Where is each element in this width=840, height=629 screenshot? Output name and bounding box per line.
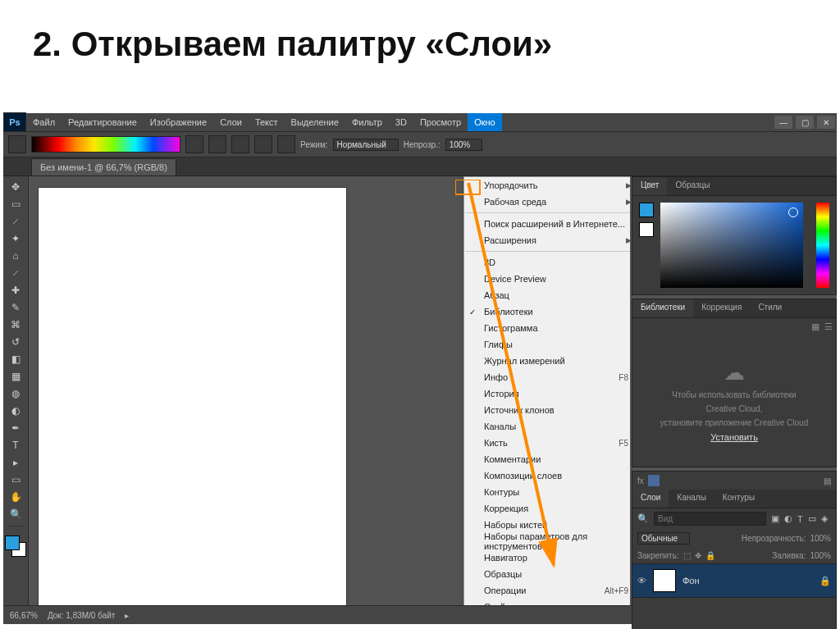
layer-filter-input[interactable] — [654, 512, 766, 526]
menu-item-поиск-расширений-в-интернете...[interactable]: Поиск расширений в Интернете... — [464, 216, 630, 232]
color-field[interactable] — [660, 203, 803, 288]
move-tool-icon[interactable]: ✥ — [7, 180, 25, 194]
menu-item-журнал-измерений[interactable]: Журнал измерений — [464, 353, 630, 369]
blur-tool-icon[interactable]: ◍ — [7, 386, 25, 401]
menu-item-наборы-кистей[interactable]: Наборы кистей — [464, 517, 630, 533]
filter-smart-icon[interactable]: ◈ — [821, 513, 828, 524]
visibility-icon[interactable]: 👁 — [637, 576, 646, 586]
layer-color-icon[interactable] — [648, 475, 660, 486]
history-brush-icon[interactable]: ↺ — [7, 335, 25, 349]
menu-item-рабочая-среда[interactable]: Рабочая среда▶ — [464, 194, 630, 210]
menu-item-device-preview[interactable]: Device Preview — [464, 271, 630, 287]
gradient-type-angle-icon[interactable] — [231, 135, 249, 153]
menu-item-каналы[interactable]: Каналы — [464, 418, 630, 435]
gradient-preview[interactable] — [31, 136, 180, 153]
menu-item-наборы-параметров-для-инструментов[interactable]: Наборы параметров для инструментов — [464, 533, 630, 549]
grid-view-icon[interactable]: ▦ — [811, 321, 819, 332]
tab-paths[interactable]: Контуры — [714, 490, 763, 508]
filter-pixel-icon[interactable]: ▣ — [771, 513, 779, 524]
layer-thumbnail[interactable] — [653, 569, 676, 592]
tab-swatches[interactable]: Образцы — [667, 177, 718, 195]
maximize-button[interactable]: ▢ — [796, 116, 814, 129]
filter-adjust-icon[interactable]: ◐ — [784, 513, 792, 524]
shape-tool-icon[interactable]: ▭ — [7, 472, 25, 487]
menu-item-история[interactable]: История — [464, 385, 630, 402]
menu-фильтр[interactable]: Фильтр — [345, 113, 389, 131]
menu-item-3d[interactable]: 3D — [464, 254, 630, 271]
blend-mode-select[interactable]: Нормальный — [333, 139, 399, 151]
menu-item-глифы[interactable]: Глифы — [464, 336, 630, 353]
tab-channels[interactable]: Каналы — [669, 490, 714, 508]
menu-item-операции[interactable]: ОперацииAlt+F9 — [464, 582, 630, 599]
menu-item-контуры[interactable]: Контуры — [464, 484, 630, 500]
menu-item-образцы[interactable]: Образцы — [464, 566, 630, 582]
type-tool-icon[interactable]: T — [7, 438, 25, 453]
bg-mini-swatch-icon[interactable] — [639, 222, 654, 237]
list-view-icon[interactable]: ☰ — [824, 321, 833, 332]
menu-изображение[interactable]: Изображение — [144, 113, 213, 131]
menu-item-навигатор[interactable]: Навигатор — [464, 549, 630, 566]
menu-текст[interactable]: Текст — [249, 113, 285, 131]
zoom-tool-icon[interactable]: 🔍 — [7, 507, 25, 522]
menu-item-упорядочить[interactable]: Упорядочить▶ — [464, 177, 630, 194]
menu-редактирование[interactable]: Редактирование — [62, 113, 144, 131]
filter-shape-icon[interactable]: ▭ — [808, 513, 816, 524]
install-link[interactable]: Установить — [710, 432, 758, 442]
lasso-tool-icon[interactable]: ⟋ — [7, 214, 25, 229]
document-tab[interactable]: Без имени-1 @ 66,7% (RGB/8) — [31, 158, 176, 175]
menu-item-библиотеки[interactable]: ✓Библиотеки — [464, 303, 630, 320]
menu-item-источник-клонов[interactable]: Источник клонов — [464, 402, 630, 418]
tab-color[interactable]: Цвет — [632, 177, 667, 195]
gradient-tool-icon[interactable]: ▦ — [7, 369, 25, 384]
tab-adjustments[interactable]: Коррекция — [693, 299, 750, 317]
menu-item-кисть[interactable]: КистьF5 — [464, 435, 630, 451]
close-button[interactable]: ✕ — [817, 116, 835, 129]
color-swatches[interactable] — [5, 536, 26, 557]
status-arrow-icon[interactable]: ▸ — [125, 611, 129, 620]
gradient-type-reflected-icon[interactable] — [254, 135, 272, 153]
fg-mini-swatch-icon[interactable] — [639, 203, 654, 217]
pen-tool-icon[interactable]: ✒ — [7, 421, 25, 435]
gradient-type-radial-icon[interactable] — [208, 135, 226, 153]
crop-tool-icon[interactable]: ⌂ — [7, 248, 25, 263]
menu-item-гистограмма[interactable]: Гистограмма — [464, 320, 630, 336]
layer-name[interactable]: Фон — [682, 576, 700, 586]
dodge-tool-icon[interactable]: ◐ — [7, 403, 25, 418]
menu-item-комментарии[interactable]: Комментарии — [464, 451, 630, 467]
layer-opacity-value[interactable]: 100% — [810, 534, 831, 543]
foreground-color-icon[interactable] — [5, 536, 20, 550]
brush-tool-icon[interactable]: ✎ — [7, 300, 25, 315]
eyedropper-tool-icon[interactable]: ⟋ — [7, 266, 25, 280]
layer-options-icon[interactable]: ▤ — [824, 476, 831, 485]
stamp-tool-icon[interactable]: ⌘ — [7, 317, 25, 332]
layer-fx-icon[interactable]: fx — [637, 476, 644, 485]
menu-просмотр[interactable]: Просмотр — [413, 113, 468, 131]
tool-preset-icon[interactable] — [8, 135, 26, 153]
hue-slider[interactable] — [816, 203, 829, 288]
menu-item-свойства[interactable]: Свойства — [464, 599, 630, 605]
minimize-button[interactable]: — — [774, 116, 792, 129]
gradient-type-diamond-icon[interactable] — [277, 135, 295, 153]
menu-item-композиции-слоев[interactable]: Композиции слоев — [464, 467, 630, 484]
healing-tool-icon[interactable]: ✚ — [7, 283, 25, 298]
menu-файл[interactable]: Файл — [26, 113, 62, 131]
tab-libraries[interactable]: Библиотеки — [632, 299, 693, 317]
fill-value[interactable]: 100% — [810, 551, 831, 560]
lock-position-icon[interactable]: ✥ — [695, 551, 701, 560]
tab-layers[interactable]: Слои — [632, 490, 669, 508]
layer-row[interactable]: 👁 Фон 🔒 — [632, 563, 836, 598]
menu-3d[interactable]: 3D — [389, 113, 413, 131]
path-select-icon[interactable]: ▸ — [7, 455, 25, 470]
menu-item-коррекция[interactable]: Коррекция — [464, 500, 630, 517]
filter-icon[interactable]: 🔍 — [637, 513, 649, 524]
layer-blend-select[interactable]: Обычные — [637, 532, 690, 545]
lock-all-icon[interactable]: ⬚ — [683, 551, 691, 560]
wand-tool-icon[interactable]: ✦ — [7, 231, 25, 246]
opacity-value[interactable]: 100% — [445, 139, 483, 151]
menu-окно[interactable]: Окно — [468, 113, 502, 131]
filter-type-icon[interactable]: T — [797, 514, 803, 524]
eraser-tool-icon[interactable]: ◧ — [7, 352, 25, 367]
gradient-type-linear-icon[interactable] — [185, 135, 203, 153]
marquee-tool-icon[interactable]: ▭ — [7, 197, 25, 212]
menu-item-абзац[interactable]: Абзац — [464, 287, 630, 303]
